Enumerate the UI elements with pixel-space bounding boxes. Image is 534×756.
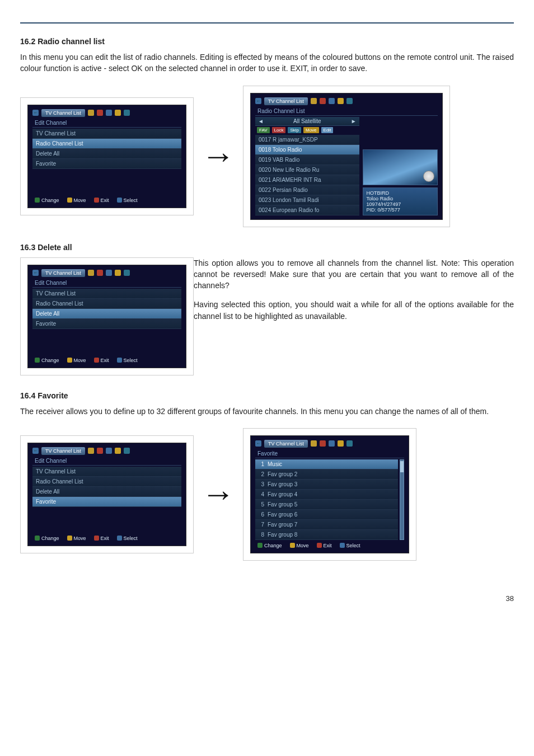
edit-menu-list: TV Channel List Radio Channel List Delet…	[32, 289, 181, 329]
list-item[interactable]: 7Fav group 7	[255, 520, 398, 530]
tag-skip[interactable]: Skip	[288, 127, 301, 133]
list-item[interactable]: 2Fav group 2	[255, 469, 398, 480]
osd-title: TV Channel List	[41, 109, 85, 117]
info-chan: Toloo Radio	[367, 196, 434, 201]
favorite-list: 1Music 2Fav group 2 3Fav group 3 4Fav gr…	[255, 459, 398, 540]
heading-162: 16.2 Radio channel list	[20, 37, 514, 46]
list-item[interactable]: 0023 London Tamil Radi	[255, 195, 359, 205]
fav-icon	[88, 270, 94, 276]
ud-icon	[67, 536, 72, 541]
menu-item-delete[interactable]: Delete All	[32, 487, 181, 497]
menu-item-fav[interactable]: Favorite	[32, 497, 181, 507]
heading-164: 16.4 Favorite	[20, 391, 514, 400]
menu-item-tv[interactable]: TV Channel List	[32, 289, 181, 299]
tag-move[interactable]: Move	[303, 127, 319, 133]
top-rule	[20, 22, 514, 24]
osd-footbar: Change Move Exit Select	[255, 540, 404, 549]
menu-item-radio[interactable]: Radio Channel List	[32, 139, 181, 149]
list-item[interactable]: 6Fav group 6	[255, 510, 398, 520]
red-icon	[97, 270, 103, 276]
menu-item-fav[interactable]: Favorite	[32, 159, 181, 169]
scrollbar[interactable]	[400, 459, 404, 540]
foot-move: Move	[74, 536, 86, 541]
cyan-icon	[346, 98, 353, 104]
list-item[interactable]: 8Fav group 8	[255, 530, 398, 540]
exit-icon	[317, 543, 322, 548]
menu-item-radio[interactable]: Radio Channel List	[32, 477, 181, 487]
yellow-icon	[338, 440, 344, 447]
body-163-p1: This option allows you to remove all cha…	[194, 257, 514, 292]
menu-item-tv[interactable]: TV Channel List	[32, 467, 181, 477]
foot-select: Select	[346, 543, 360, 548]
osd-header: Edit Channel	[32, 279, 181, 288]
foot-move: Move	[74, 198, 86, 203]
screenshot-edit-fav: ← TV Channel List Edit Channel TV Channe…	[20, 435, 194, 553]
tag-fav[interactable]: FAV	[257, 127, 270, 133]
osd-header: Edit Channel	[32, 457, 181, 466]
ud-icon	[67, 358, 72, 363]
osd-header-fav: Favorite	[255, 449, 404, 458]
osd-footbar: Change Move Exit Select	[32, 355, 181, 364]
foot-select: Select	[124, 358, 138, 363]
screenshot-delete-all: ← TV Channel List Edit Channel TV Channe…	[20, 257, 194, 375]
list-item[interactable]: 3Fav group 3	[255, 480, 398, 490]
menu-item-fav[interactable]: Favorite	[32, 319, 181, 329]
fav-icon	[88, 110, 94, 116]
figure-row-163: ← TV Channel List Edit Channel TV Channe…	[20, 257, 514, 375]
cyan-icon	[346, 440, 353, 447]
menu-item-delete[interactable]: Delete All	[32, 309, 181, 319]
menu-item-radio[interactable]: Radio Channel List	[32, 299, 181, 309]
osd-title: TV Channel List	[41, 447, 85, 455]
list-item[interactable]: 5Fav group 5	[255, 500, 398, 510]
list-item[interactable]: 0020 New Life Radio Ru	[255, 165, 359, 175]
list-item[interactable]: 0017 R jamawar_KSDP	[255, 135, 359, 145]
list-item[interactable]: 1Music	[255, 459, 398, 469]
yellow-icon	[338, 98, 344, 104]
foot-move: Move	[297, 543, 309, 548]
red-icon	[320, 440, 326, 447]
screenshot-edit-radio: ← TV Channel List Edit Channel TV Channe…	[20, 97, 194, 215]
tag-bar: FAV Lock Skip Move Edit	[255, 126, 359, 135]
ok-icon	[117, 198, 122, 203]
blue-icon	[106, 448, 112, 454]
exit-icon	[94, 358, 99, 363]
sat-right-icon[interactable]: ►	[351, 118, 357, 124]
figure-row-162: ← TV Channel List Edit Channel TV Channe…	[20, 86, 514, 227]
cyan-icon	[124, 448, 130, 454]
osd-titlebar: ← TV Channel List	[32, 447, 181, 455]
foot-change: Change	[264, 543, 282, 548]
yellow-icon	[115, 448, 121, 454]
radio-list: 0017 R jamawar_KSDP 0018 Toloo Radio 001…	[255, 135, 359, 215]
menu-item-tv[interactable]: TV Channel List	[32, 129, 181, 139]
list-item[interactable]: 0019 VAB Radio	[255, 155, 359, 165]
osd-title: TV Channel List	[41, 269, 85, 277]
list-item[interactable]: 0018 Toloo Radio	[255, 145, 359, 155]
osd-title: TV Channel List	[264, 97, 308, 105]
ok-icon	[117, 536, 122, 541]
blue-icon	[106, 270, 112, 276]
red-icon	[97, 110, 103, 116]
lr-icon	[257, 543, 263, 548]
blue-icon	[106, 110, 112, 116]
lr-icon	[35, 358, 40, 363]
list-item[interactable]: 0022 Persian Radio	[255, 185, 359, 195]
edit-menu-list: TV Channel List Radio Channel List Delet…	[32, 467, 181, 507]
exit-icon	[94, 536, 99, 541]
screenshot-favorite-list: ← TV Channel List Favorite 1Music 2Fav g…	[243, 428, 416, 561]
sat-left-icon[interactable]: ◄	[258, 118, 264, 124]
foot-exit: Exit	[101, 198, 109, 203]
osd-header: Edit Channel	[32, 119, 181, 128]
list-item[interactable]: 0021 ARIAMEHR INT Ra	[255, 175, 359, 185]
list-item[interactable]: 4Fav group 4	[255, 490, 398, 500]
scroll-thumb[interactable]	[400, 461, 404, 472]
foot-exit: Exit	[101, 358, 109, 363]
tag-edit[interactable]: Edit	[321, 127, 334, 133]
tag-lock[interactable]: Lock	[272, 127, 286, 133]
cyan-icon	[124, 270, 130, 276]
screenshot-radio-list: ← TV Channel List Radio Channel List ◄ A…	[243, 86, 450, 227]
foot-change: Change	[41, 198, 59, 203]
lr-icon	[35, 536, 40, 541]
list-item[interactable]: 0024 European Radio fo	[255, 205, 359, 215]
menu-item-delete[interactable]: Delete All	[32, 149, 181, 159]
info-freq: 10974/H/27497	[367, 201, 434, 207]
